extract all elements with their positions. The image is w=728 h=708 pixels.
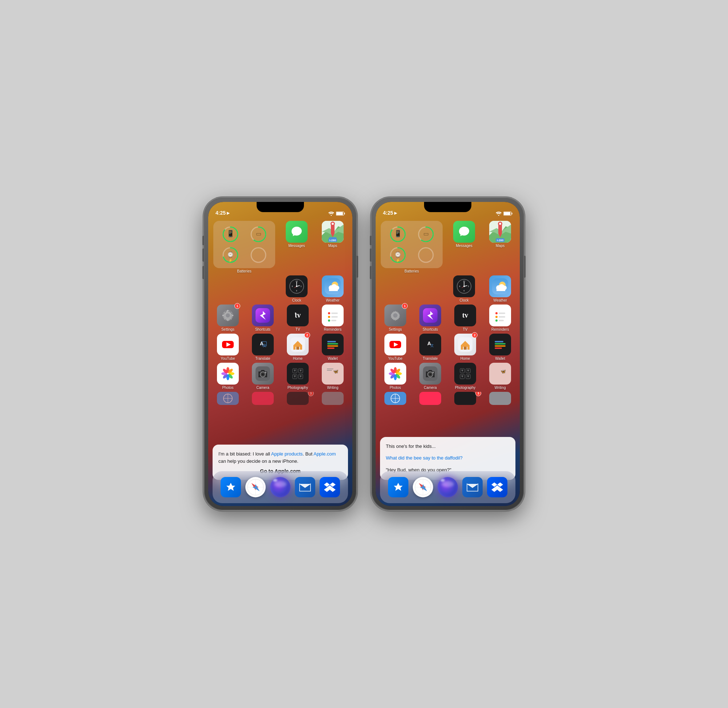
app-shortcuts-left[interactable]: Shortcuts [248,305,278,331]
browser-icon[interactable] [217,392,239,405]
dock-dropbox-right[interactable] [487,477,507,497]
dock-appstore-left[interactable] [221,477,241,497]
camera-icon[interactable] [252,363,274,384]
app-wallet-right[interactable]: Wallet [485,334,515,361]
app-clock-right[interactable]: 12 3 6 9 Clock [449,276,479,302]
dock-mail-left[interactable] [295,477,315,497]
youtube-icon[interactable] [217,334,239,355]
appstore-icon-right[interactable] [388,477,408,497]
app-social-left[interactable]: 3 [283,392,312,405]
app-photography-right[interactable]: Photography [450,363,480,390]
app-browser-right[interactable] [381,392,410,405]
app-camera-left[interactable]: Camera [248,363,278,390]
app-misc-left[interactable] [318,392,347,405]
tv-icon-right[interactable]: tv [454,305,476,326]
app-home-right[interactable]: 2 Home [450,334,480,361]
app-music-left[interactable] [248,392,278,405]
app-maps-right[interactable]: I-280 Maps [485,221,515,273]
mute-button-right[interactable] [370,236,371,245]
mail-icon[interactable] [295,477,315,497]
weather-icon-right[interactable] [489,276,511,297]
app-tv-right[interactable]: tv TV [450,305,480,331]
misc-icon-right[interactable] [489,392,511,405]
dock-siri-right[interactable] [437,477,458,497]
translate-icon-right[interactable]: A 文 [419,334,441,355]
maps-icon[interactable]: 280 I-280 [322,221,344,243]
maps-icon-right[interactable]: I-280 [489,221,511,243]
photos-icon[interactable] [217,363,239,384]
app-photography-left[interactable]: Photography [283,363,312,390]
social-icon-right[interactable] [454,392,476,405]
app-messages-right[interactable]: Messages [449,221,479,273]
mail-icon-right[interactable] [462,477,482,497]
app-photos-right[interactable]: Photos [381,363,410,390]
settings-icon-right[interactable]: 1 [384,305,406,326]
app-writing-right[interactable]: 🦋 Writing [485,363,515,390]
dock-safari-left[interactable] [246,477,266,497]
photography-icon[interactable] [287,363,309,384]
dropbox-icon-right[interactable] [487,477,507,497]
photography-icon-right[interactable] [454,363,476,384]
safari-icon-right[interactable] [413,477,433,497]
books-icon-right[interactable] [419,392,441,405]
volume-down-button[interactable] [202,266,204,279]
appstore-icon[interactable] [221,477,241,497]
home-icon[interactable]: 2 [287,334,309,355]
volume-up-button-right[interactable] [370,248,371,261]
volume-down-button-right[interactable] [370,266,371,279]
messages-icon[interactable] [286,221,308,243]
app-maps-left[interactable]: 280 I-280 Maps [318,221,347,273]
power-button-right[interactable] [524,256,526,278]
app-social-right[interactable]: 3 [450,392,480,405]
dock-safari-right[interactable] [413,477,433,497]
dock-dropbox-left[interactable] [320,477,340,497]
app-books-right[interactable] [416,392,445,405]
clock-icon[interactable]: 12 3 6 9 [286,276,308,297]
app-wallet-left[interactable]: Wallet [318,334,347,361]
app-translate-left[interactable]: A 文 Translate [248,334,278,361]
dock-appstore-right[interactable] [388,477,408,497]
app-home-left[interactable]: 2 Home [283,334,312,361]
dock-mail-right[interactable] [462,477,482,497]
volume-up-button[interactable] [202,248,204,261]
app-translate-right[interactable]: A 文 Translate [416,334,445,361]
settings-icon[interactable]: 1 [217,305,239,326]
tv-icon[interactable]: tv ● [287,305,309,326]
translate-icon[interactable]: A 文 [252,334,274,355]
siri-button-right[interactable] [437,477,458,497]
messages-icon-right[interactable] [453,221,475,243]
dropbox-icon[interactable] [320,477,340,497]
app-reminders-right[interactable]: Reminders [485,305,515,331]
dock-siri-left[interactable] [270,477,291,497]
wallet-icon-right[interactable] [489,334,511,355]
photos-icon-right[interactable] [384,363,406,384]
safari-icon[interactable] [246,477,266,497]
app-writing-left[interactable]: 🦋 Writing [318,363,347,390]
browser-icon-right[interactable] [384,392,406,405]
home-icon-right[interactable]: 2 [454,334,476,355]
app-settings-left[interactable]: 1 Settings [213,305,243,331]
app-settings-right[interactable]: 1 Settings [381,305,410,331]
social-icon[interactable] [287,392,309,405]
wallet-icon[interactable] [322,334,344,355]
writing-icon[interactable]: 🦋 [322,363,344,384]
siri-button-left[interactable] [270,477,291,497]
shortcuts-icon[interactable] [252,305,274,326]
app-camera-right[interactable]: Camera [416,363,445,390]
app-reminders-left[interactable]: Reminders [318,305,347,331]
mute-button[interactable] [202,236,204,245]
app-weather-right[interactable]: Weather [485,276,515,302]
shortcuts-icon-right[interactable] [419,305,441,326]
app-weather-left[interactable]: Weather [318,276,347,302]
app-photos-left[interactable]: Photos [213,363,243,390]
youtube-icon-right[interactable] [384,334,406,355]
reminders-icon[interactable] [322,305,344,326]
app-tv-left[interactable]: tv ● TV [283,305,312,331]
clock-icon-right[interactable]: 12 3 6 9 [453,276,475,297]
app-clock-left[interactable]: 12 3 6 9 Clock [282,276,311,302]
camera-icon-right[interactable] [419,363,441,384]
weather-icon[interactable] [322,276,344,297]
power-button[interactable] [357,256,358,278]
app-messages-left[interactable]: Messages [282,221,311,273]
app-shortcuts-right[interactable]: Shortcuts [416,305,445,331]
